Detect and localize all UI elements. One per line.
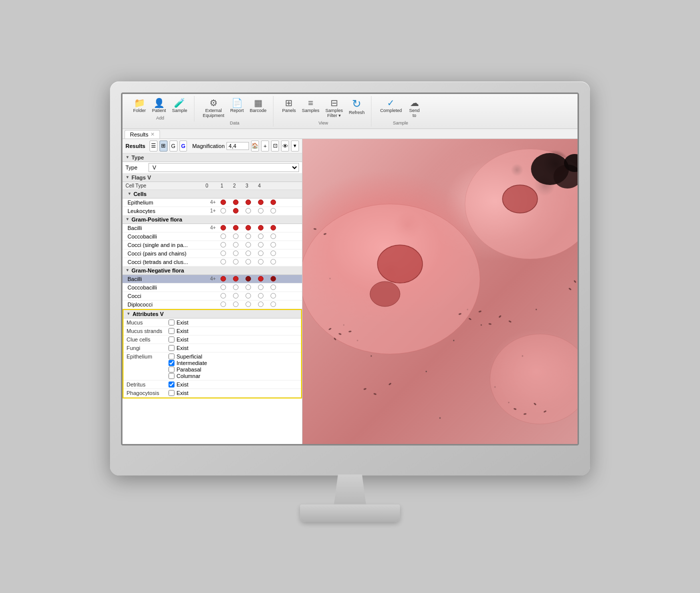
samples-filter-button[interactable]: ⊟ SamplesFilter ▾ bbox=[323, 97, 346, 120]
type-select[interactable]: V bbox=[148, 163, 299, 172]
gp-cocci-pairs-dot-3[interactable] bbox=[258, 250, 264, 256]
gn-bacilli-dot-4[interactable] bbox=[270, 276, 276, 282]
crosshair-button[interactable]: + bbox=[261, 140, 269, 152]
refresh-button[interactable]: ↻ Refresh bbox=[346, 97, 368, 120]
gp-cocci-tetrads-dot-1[interactable] bbox=[233, 259, 238, 264]
gp-cocci-single-dot-0[interactable] bbox=[220, 242, 226, 248]
columnar-checkbox[interactable] bbox=[168, 373, 174, 379]
panels-button[interactable]: ⊞ Panels bbox=[280, 97, 298, 120]
gp-cocci-tetrads-dot-2[interactable] bbox=[246, 259, 251, 264]
folder-button[interactable]: 📁 Folder bbox=[130, 97, 148, 114]
leukocytes-dot-4[interactable] bbox=[270, 208, 276, 214]
view-detail-button[interactable]: G bbox=[180, 140, 188, 152]
gp-bacilli-dot-2[interactable] bbox=[246, 225, 251, 230]
sample-button[interactable]: 🧪 Sample bbox=[170, 97, 190, 114]
gn-cocci-dot-4[interactable] bbox=[270, 293, 276, 298]
superficial-label: Superficial bbox=[176, 354, 202, 360]
barcode-button[interactable]: ▦ Barcode bbox=[248, 97, 270, 120]
view-tile-button[interactable]: G bbox=[170, 140, 178, 152]
gp-bacilli-dot-0[interactable] bbox=[220, 225, 226, 230]
mucus-strands-exist-checkbox[interactable] bbox=[168, 328, 174, 334]
gn-cocci-dot-1[interactable] bbox=[233, 293, 238, 298]
gn-coccobacilli-dot-0[interactable] bbox=[220, 284, 226, 290]
gp-bacilli-dot-3[interactable] bbox=[258, 225, 264, 230]
phagocytosis-exist-checkbox[interactable] bbox=[168, 390, 174, 396]
gn-coccobacilli-dot-3[interactable] bbox=[258, 284, 264, 290]
gp-cocci-single-dot-1[interactable] bbox=[233, 242, 238, 248]
view-grid-button[interactable]: ⊞ bbox=[160, 140, 168, 152]
gn-bacilli-dot-3[interactable] bbox=[258, 276, 264, 282]
zoom-button[interactable]: ⊡ bbox=[271, 140, 279, 152]
leukocytes-dot-1[interactable] bbox=[233, 208, 238, 214]
gn-coccobacilli-dot-4[interactable] bbox=[270, 284, 276, 290]
epithelium-dot-4[interactable] bbox=[270, 200, 276, 205]
epithelium-dot-0[interactable] bbox=[220, 200, 226, 205]
gp-cocci-tetrads-row: Cocci (tetrads and clus... bbox=[122, 258, 302, 266]
gp-cocci-single-dot-2[interactable] bbox=[246, 242, 251, 248]
leukocytes-dot-3[interactable] bbox=[258, 208, 264, 214]
home-nav-button[interactable]: 🏠 bbox=[251, 140, 259, 152]
mucus-exist-checkbox[interactable] bbox=[168, 320, 174, 326]
dropdown-button[interactable]: ▾ bbox=[291, 140, 299, 152]
col-header-2: 2 bbox=[233, 183, 246, 188]
patient-button[interactable]: 👤 Patient bbox=[150, 97, 168, 114]
gn-diplococci-dot-3[interactable] bbox=[258, 302, 264, 307]
samples-button[interactable]: ≡ Samples bbox=[300, 97, 322, 120]
cells-subsection-header: ▼ Cells bbox=[122, 190, 302, 198]
gp-cocci-pairs-dot-1[interactable] bbox=[233, 250, 238, 256]
gn-bacilli-dot-2[interactable] bbox=[246, 276, 251, 282]
gp-coccobacilli-dot-2[interactable] bbox=[246, 234, 251, 239]
tab-close-icon[interactable]: ✕ bbox=[150, 132, 154, 137]
magnification-input[interactable] bbox=[226, 142, 249, 150]
gp-coccobacilli-dot-0[interactable] bbox=[220, 234, 226, 239]
leukocytes-dot-0[interactable] bbox=[220, 208, 226, 214]
intermediate-checkbox[interactable] bbox=[168, 360, 174, 366]
epithelium-dot-3[interactable] bbox=[258, 200, 264, 205]
gn-cocci-dot-2[interactable] bbox=[246, 293, 251, 298]
gn-coccobacilli-dot-2[interactable] bbox=[246, 284, 251, 290]
gp-cocci-pairs-dot-4[interactable] bbox=[270, 250, 276, 256]
gp-cocci-pairs-dot-2[interactable] bbox=[246, 250, 251, 256]
gn-bacilli-dot-0[interactable] bbox=[220, 276, 226, 282]
ext-equipment-button[interactable]: ⚙ ExternalEquipment bbox=[200, 97, 227, 120]
gp-cocci-single-dot-3[interactable] bbox=[258, 242, 264, 248]
view-list-button[interactable]: ☰ bbox=[150, 140, 158, 152]
results-tab[interactable]: Results ✕ bbox=[124, 130, 160, 138]
gp-cocci-single-dot-4[interactable] bbox=[270, 242, 276, 248]
gn-diplococci-dot-2[interactable] bbox=[246, 302, 251, 307]
epithelium-dot-1[interactable] bbox=[233, 200, 238, 205]
svg-point-5 bbox=[502, 185, 538, 213]
gn-diplococci-dot-0[interactable] bbox=[220, 302, 226, 307]
gn-coccobacilli-dot-1[interactable] bbox=[233, 284, 238, 290]
clue-cells-exist-checkbox[interactable] bbox=[168, 336, 174, 342]
epithelium-dot-2[interactable] bbox=[246, 200, 251, 205]
gp-bacilli-dot-4[interactable] bbox=[270, 225, 276, 230]
superficial-checkbox[interactable] bbox=[168, 354, 174, 360]
detritus-exist-checkbox[interactable] bbox=[168, 382, 174, 388]
gp-cocci-pairs-dot-0[interactable] bbox=[220, 250, 226, 256]
send-to-button[interactable]: ☁ Sendto bbox=[406, 97, 424, 120]
gn-diplococci-dot-4[interactable] bbox=[270, 302, 276, 307]
gn-cocci-dot-0[interactable] bbox=[220, 293, 226, 298]
gp-coccobacilli-dot-3[interactable] bbox=[258, 234, 264, 239]
leukocytes-dot-2[interactable] bbox=[246, 208, 251, 214]
parabasal-checkbox[interactable] bbox=[168, 366, 174, 372]
gn-cocci-dot-3[interactable] bbox=[258, 293, 264, 298]
report-button[interactable]: 📄 Report bbox=[228, 97, 246, 120]
detritus-label: Detritus bbox=[126, 382, 166, 388]
gp-cocci-tetrads-dot-3[interactable] bbox=[258, 259, 264, 264]
gp-coccobacilli-dot-1[interactable] bbox=[233, 234, 238, 239]
gp-coccobacilli-dot-4[interactable] bbox=[270, 234, 276, 239]
eye-button[interactable]: 👁 bbox=[281, 140, 289, 152]
gn-bacilli-dot-1[interactable] bbox=[233, 276, 238, 282]
gp-bacilli-dot-1[interactable] bbox=[233, 225, 238, 230]
cell-type-header: Cell Type 0 1 2 3 4 bbox=[122, 182, 302, 190]
gp-cocci-tetrads-dot-4[interactable] bbox=[270, 259, 276, 264]
completed-button[interactable]: ✓ Completed bbox=[378, 97, 404, 120]
barcode-icon: ▦ bbox=[254, 98, 262, 108]
col-header-0: 0 bbox=[206, 183, 220, 188]
col-header-3: 3 bbox=[246, 183, 258, 188]
gp-cocci-tetrads-dot-0[interactable] bbox=[220, 259, 226, 264]
fungi-exist-checkbox[interactable] bbox=[168, 345, 174, 351]
gn-diplococci-dot-1[interactable] bbox=[233, 302, 238, 307]
